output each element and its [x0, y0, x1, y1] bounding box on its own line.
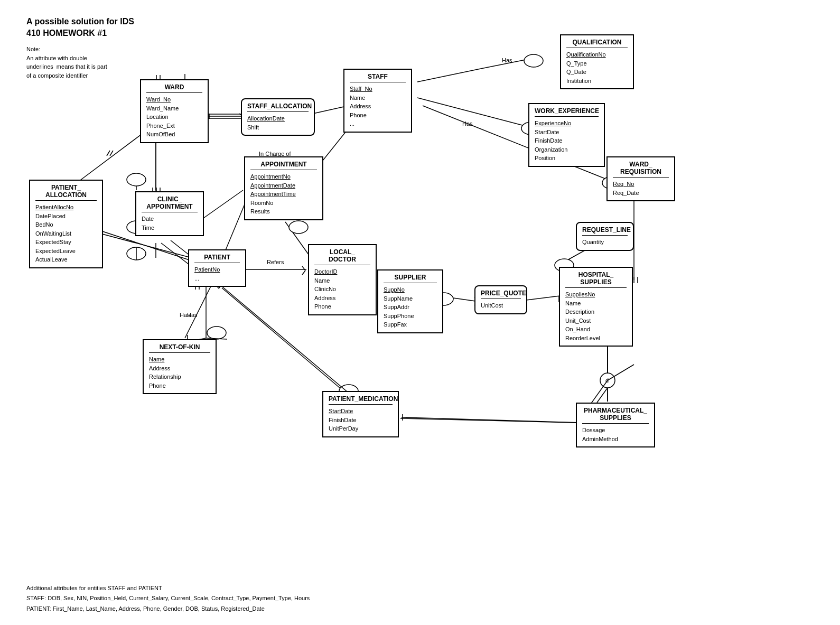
ps-title: PHARMACEUTICAL_SUPPLIES [582, 407, 649, 424]
ca-attr-time: Time [142, 223, 198, 232]
appt-attr-roomno: RoomNo [250, 199, 317, 208]
svg-line-62 [302, 270, 305, 275]
we-attr-finish: FinishDate [535, 136, 599, 145]
sa-attr-allocationdate: AllocationDate [247, 114, 309, 123]
svg-point-101 [524, 54, 543, 67]
staff-attr-address: Address [350, 102, 406, 111]
ld-title: LOCAL_DOCTOR [314, 248, 370, 265]
ps-attr-adminmethod: AdminMethod [582, 435, 649, 444]
title-line1: A possible solution for IDS [26, 16, 134, 27]
supp-attr-no: SuppNo [384, 285, 437, 294]
price-quote-entity: PRICE_QUOTE UnitCost [474, 285, 527, 314]
footer-notes: Additional attributes for entities STAFF… [26, 583, 310, 614]
staff-attr-name: Name [350, 94, 406, 102]
pa-attr-expleave: ExpectedLeave [35, 247, 97, 256]
svg-line-61 [302, 266, 305, 270]
patient-entity: PATIENT PatientNo ... [188, 249, 246, 287]
appt-attr-results: Results [250, 207, 317, 216]
ca-attr-date: Date [142, 214, 198, 223]
we-title: WORK_EXPERIENCE [535, 107, 599, 117]
ward-attr-numofbed: NumOfBed [146, 130, 202, 139]
work-experience-entity: WORK_EXPERIENCE ExperienceNo StartDate F… [528, 103, 605, 167]
supp-attr-addr: SuppAddr [384, 303, 437, 312]
hs-title: HOSPITAL_SUPPLIES [565, 271, 627, 288]
svg-text:Has: Has [462, 120, 473, 127]
supp-attr-phone: SuppPhone [384, 312, 437, 321]
pm-attr-finish: FinishDate [329, 416, 393, 425]
staff-allocation-entity: STAFF_ALLOCATION AllocationDate Shift [241, 98, 315, 136]
pa-attr-actleave: ActualLeave [35, 255, 97, 264]
sa-attr-shift: Shift [247, 123, 309, 132]
staff-title: STAFF [350, 73, 406, 82]
wr-attr-no: Req_No [613, 180, 669, 189]
svg-line-26 [107, 151, 110, 156]
staff-allocation-title: STAFF_ALLOCATION [247, 102, 309, 112]
svg-text:Has: Has [502, 57, 512, 63]
ward-title: WARD [146, 83, 202, 93]
appt-attr-date: AppointmentDate [250, 181, 317, 190]
svg-text:d: d [605, 377, 609, 384]
ward-requisition-entity: WARD_REQUISITION Req_No Req_Date [606, 156, 675, 201]
svg-point-98 [207, 327, 226, 339]
svg-line-130 [400, 418, 576, 423]
qualification-title: QUALIFICATION [566, 39, 628, 48]
patient-medication-entity: PATIENT_MEDICATION StartDate FinishDate … [322, 391, 399, 437]
staff-attr-staffno: Staff_No [350, 85, 406, 94]
request-line-entity: REQUEST_LINE Quantity [576, 222, 634, 251]
svg-line-6 [74, 129, 148, 185]
svg-text:Refers: Refers [267, 259, 284, 265]
svg-line-15 [438, 296, 475, 301]
note-text: Note: An attribute with double underline… [26, 45, 107, 80]
ward-attr-phoneext: Phone_Ext [146, 122, 202, 130]
appt-attr-no: AppointmentNo [250, 172, 317, 181]
title-line2: 410 HOMEWORK #1 [26, 27, 134, 39]
supplier-entity: SUPPLIER SuppNo SuppName SuppAddr SuppPh… [377, 269, 443, 333]
local-doctor-entity: LOCAL_DOCTOR DoctorID Name ClinicNo Addr… [308, 244, 377, 315]
svg-line-8 [198, 190, 243, 222]
pa-attr-expstay: ExpectedStay [35, 238, 97, 247]
nok-attr-phone: Phone [149, 381, 210, 390]
nok-attr-address: Address [149, 364, 210, 373]
pq-attr-cost: UnitCost [481, 301, 521, 310]
pm-title: PATIENT_MEDICATION [329, 395, 393, 405]
nok-attr-name: Name [149, 355, 210, 364]
appt-attr-time: AppointmentTime [250, 190, 317, 199]
next-of-kin-entity: NEXT-OF-KIN Name Address Relationship Ph… [143, 339, 217, 394]
staff-attr-phone: Phone [350, 111, 406, 120]
pm-attr-unitperday: UnitPerDay [329, 424, 393, 433]
patient-allocation-entity: PATIENT_ALLOCATION PatientAllocNo DatePl… [29, 180, 103, 268]
svg-line-27 [110, 151, 113, 156]
footer-line3: PATIENT: First_Name, Last_Name, Address,… [26, 604, 310, 614]
pa-attr-no: PatientAllocNo [35, 203, 97, 212]
ward-attr-wardname: Ward_Name [146, 104, 202, 113]
ld-attr-name: Name [314, 276, 370, 285]
svg-line-5 [417, 98, 528, 127]
footer-line1: Additional attributes for entities STAFF… [26, 583, 310, 594]
ld-attr-id: DoctorID [314, 267, 370, 276]
supplier-title: SUPPLIER [384, 274, 437, 283]
qual-attr-inst: Institution [566, 77, 628, 86]
pq-title: PRICE_QUOTE [481, 290, 521, 299]
wr-attr-date: Req_Date [613, 189, 669, 198]
pharmaceutical-supplies-entity: PHARMACEUTICAL_SUPPLIES Dossage AdminMet… [576, 403, 655, 447]
rl-attr-qty: Quantity [582, 238, 628, 247]
pa-attr-waiting: OnWaitingList [35, 229, 97, 238]
supp-attr-fax: SuppFax [384, 320, 437, 329]
svg-line-20 [185, 285, 211, 338]
svg-point-99 [289, 221, 308, 234]
appointment-entity: APPOINTMENT AppointmentNo AppointmentDat… [244, 156, 323, 220]
we-attr-pos: Position [535, 154, 599, 163]
staff-entity: STAFF Staff_No Name Address Phone ... [343, 69, 412, 133]
svg-line-4 [481, 58, 534, 69]
svg-line-132 [597, 388, 608, 403]
ward-attr-wardno: Ward_No [146, 95, 202, 104]
patient-title: PATIENT [194, 254, 240, 263]
hs-attr-desc: Description [565, 307, 627, 316]
staff-attr-dots: ... [350, 119, 406, 128]
hs-attr-name: Name [565, 299, 627, 308]
ld-attr-phone: Phone [314, 302, 370, 311]
footer-line2: STAFF: DOB, Sex, NIN, Position_Held, Cur… [26, 593, 310, 604]
hospital-supplies-entity: HOSPITAL_SUPPLIES SuppliesNo Name Descri… [559, 267, 633, 347]
hs-attr-cost: Unit_Cost [565, 316, 627, 325]
svg-point-87 [600, 373, 615, 388]
